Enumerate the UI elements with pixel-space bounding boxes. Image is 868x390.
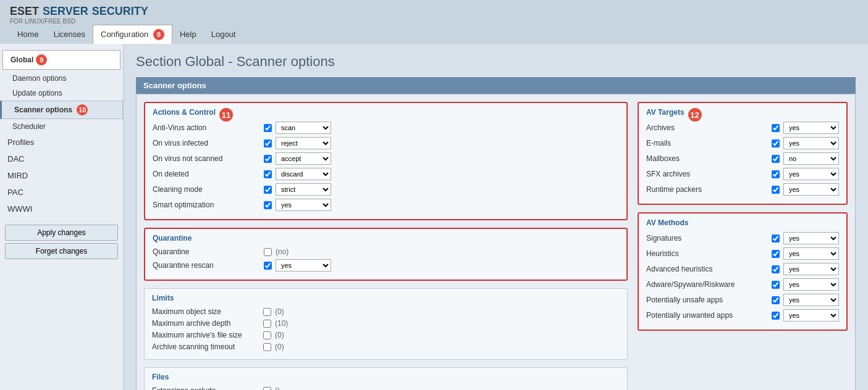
header: ESET SERVER SECURITY FOR LINUX/FREE BSD … xyxy=(0,0,868,44)
page-title: Section Global - Scanner options xyxy=(136,54,856,70)
sidebar-item-profiles[interactable]: Profiles xyxy=(0,134,123,151)
nav-licenses[interactable]: Licenses xyxy=(46,26,93,43)
select-sfx[interactable]: yesno xyxy=(783,168,839,180)
field-label-on-deleted: On deleted xyxy=(153,170,264,178)
select-antivirus[interactable]: scanrejectaccept xyxy=(276,122,331,134)
select-unsafe[interactable]: yesno xyxy=(783,294,839,306)
field-heuristics: Heuristics yesno xyxy=(646,247,839,260)
checkbox-unsafe[interactable] xyxy=(772,296,780,304)
max-archive-depth-value: (10) xyxy=(275,319,288,328)
field-archives: Archives yesno xyxy=(646,122,839,134)
brand-security: SECURITY xyxy=(92,5,148,18)
field-label-max-object: Maximum object size xyxy=(152,307,263,316)
field-label-sfx: SFX archives xyxy=(646,170,772,178)
checkbox-heuristics[interactable] xyxy=(772,250,780,258)
apply-changes-button[interactable]: Apply changes xyxy=(5,225,118,241)
select-adware[interactable]: yesno xyxy=(783,278,839,291)
checkbox-virus-not-scanned[interactable] xyxy=(264,155,272,163)
select-cleaning-mode[interactable]: strictnormalnone xyxy=(276,183,331,196)
sidebar-item-pac[interactable]: PAC xyxy=(0,184,123,201)
checkbox-adware[interactable] xyxy=(772,281,780,289)
field-quarantine-rescan: Quarantine rescan yesno xyxy=(153,259,619,272)
select-quarantine-rescan[interactable]: yesno xyxy=(276,259,331,272)
field-label-adware: Adware/Spyware/Riskware xyxy=(646,280,772,289)
forget-changes-button[interactable]: Forget changes xyxy=(5,243,118,259)
max-object-value: (0) xyxy=(275,307,284,316)
field-smart-optimization: Smart optimization yesno xyxy=(153,199,619,211)
sidebar-buttons: Apply changes Forget changes xyxy=(0,217,123,267)
select-archives[interactable]: yesno xyxy=(783,122,839,134)
sidebar-item-wwwi[interactable]: WWWI xyxy=(0,201,123,217)
checkbox-on-deleted[interactable] xyxy=(264,170,272,178)
select-heuristics[interactable]: yesno xyxy=(783,247,839,260)
sidebar-item-scheduler[interactable]: Scheduler xyxy=(0,119,123,134)
select-virus-not-scanned[interactable]: acceptrejectscan xyxy=(276,152,331,165)
checkbox-unwanted[interactable] xyxy=(772,312,780,320)
sidebar-item-global[interactable]: Global 9 xyxy=(2,50,120,70)
checkbox-signatures[interactable] xyxy=(772,234,780,243)
quarantine-value: (no) xyxy=(276,247,289,256)
nav-help[interactable]: Help xyxy=(172,26,204,43)
checkbox-quarantine[interactable] xyxy=(264,248,272,256)
nav-home[interactable]: Home xyxy=(10,26,46,43)
checkbox-mailboxes[interactable] xyxy=(772,155,780,163)
select-adv-heuristics[interactable]: yesno xyxy=(783,263,839,275)
checkbox-antivirus[interactable] xyxy=(264,124,272,132)
sidebar-item-update[interactable]: Update options xyxy=(0,86,123,101)
checkbox-runtime[interactable] xyxy=(772,186,780,194)
step-badge-12: 12 xyxy=(688,108,702,122)
select-signatures[interactable]: yesno xyxy=(783,232,839,244)
actions-control-title: Actions & Control xyxy=(153,108,216,117)
select-runtime[interactable]: yesno xyxy=(783,183,839,196)
sidebar-item-mird[interactable]: MIRD xyxy=(0,167,123,184)
field-label-heuristics: Heuristics xyxy=(646,249,772,258)
select-smart-opt[interactable]: yesno xyxy=(276,199,331,211)
checkbox-ext-exclude[interactable] xyxy=(263,387,271,391)
main-layout: Global 9 Daemon options Update options S… xyxy=(0,44,868,390)
checkbox-max-archive-filesize[interactable] xyxy=(263,331,271,339)
field-signatures: Signatures yesno xyxy=(646,232,839,244)
actions-control-section: Actions & Control 11 Anti-Virus action s… xyxy=(144,102,628,220)
field-max-object-size: Maximum object size (0) xyxy=(152,307,620,316)
nav-logout[interactable]: Logout xyxy=(204,26,243,43)
av-methods-section: AV Methods Signatures yesno Heuristics xyxy=(638,212,848,331)
av-targets-section: AV Targets 12 Archives yesno E-mails xyxy=(638,102,848,205)
select-unwanted[interactable]: yesno xyxy=(783,309,839,322)
brand-logo: ESET SERVER SECURITY xyxy=(10,5,858,18)
checkbox-max-object[interactable] xyxy=(263,308,271,316)
av-targets-title: AV Targets xyxy=(646,108,685,117)
field-label-adv-heuristics: Advanced heuristics xyxy=(646,265,772,273)
sidebar-item-scanner[interactable]: Scanner options 10 xyxy=(0,101,123,119)
field-label-quarantine-rescan: Quarantine rescan xyxy=(153,261,264,270)
field-label-unwanted: Potentially unwanted apps xyxy=(646,311,772,320)
max-archive-filesize-value: (0) xyxy=(275,331,284,339)
sidebar-item-dac[interactable]: DAC xyxy=(0,151,123,167)
checkbox-cleaning-mode[interactable] xyxy=(264,186,272,194)
checkbox-emails[interactable] xyxy=(772,139,780,147)
sidebar-item-daemon[interactable]: Daemon options xyxy=(0,71,123,86)
ext-exclude-value: () xyxy=(275,386,280,390)
field-label-signatures: Signatures xyxy=(646,234,772,243)
field-adware: Adware/Spyware/Riskware yesno xyxy=(646,278,839,291)
field-unwanted-apps: Potentially unwanted apps yesno xyxy=(646,309,839,322)
checkbox-sfx[interactable] xyxy=(772,170,780,178)
field-label-archives: Archives xyxy=(646,123,772,132)
field-label-mailboxes: Mailboxes xyxy=(646,154,772,163)
checkbox-archives[interactable] xyxy=(772,124,780,132)
section-header: Scanner options xyxy=(136,77,856,94)
checkbox-adv-heuristics[interactable] xyxy=(772,265,780,273)
select-emails[interactable]: yesno xyxy=(783,137,839,149)
checkbox-quarantine-rescan[interactable] xyxy=(264,262,272,270)
checkbox-virus-infected[interactable] xyxy=(264,139,272,147)
field-label-unsafe: Potentially unsafe apps xyxy=(646,296,772,304)
select-mailboxes[interactable]: noyes xyxy=(783,152,839,165)
checkbox-max-archive-depth[interactable] xyxy=(263,320,271,328)
nav-configuration[interactable]: Configuration 8 xyxy=(93,25,172,44)
field-label-virus-infected: On virus infected xyxy=(153,139,264,147)
checkbox-smart-opt[interactable] xyxy=(264,201,272,209)
sidebar-global-label: Global xyxy=(11,56,33,64)
select-virus-infected[interactable]: rejectscanaccept xyxy=(276,137,331,149)
checkbox-archive-timeout[interactable] xyxy=(263,343,271,351)
quarantine-section: Quarantine Quarantine (no) Quarantine re… xyxy=(144,228,628,281)
select-on-deleted[interactable]: discardacceptreject xyxy=(276,168,331,180)
